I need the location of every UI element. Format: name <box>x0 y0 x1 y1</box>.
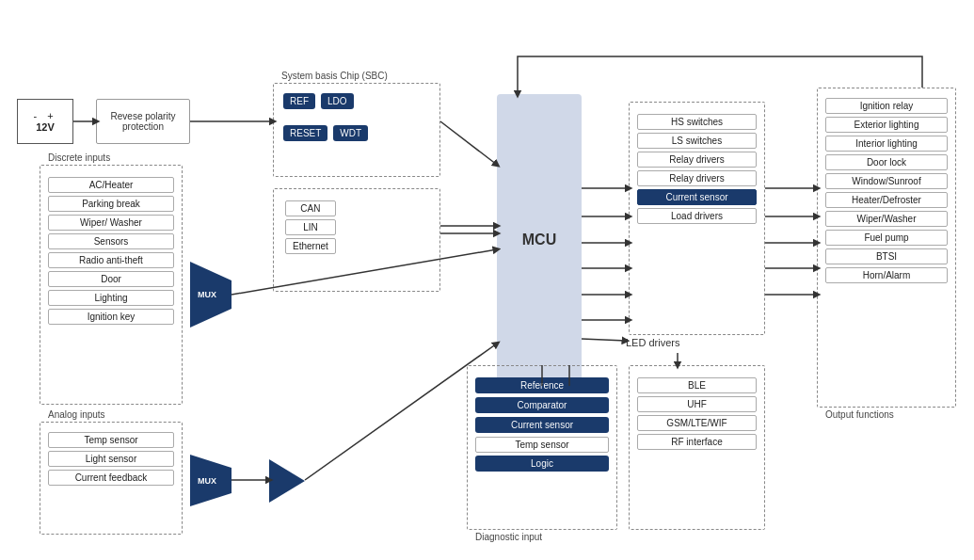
diag-current-sensor: Current sensor <box>475 417 609 433</box>
battery-terminals: - + <box>33 110 56 121</box>
sbc-wdt: WDT <box>333 125 368 141</box>
ai-temp-sensor: Temp sensor <box>48 432 174 448</box>
out-btsi: BTSI <box>825 248 948 264</box>
diag-temp-sensor: Temp sensor <box>475 437 609 453</box>
wireless-box: BLE UHF GSM/LTE/WIF RF interface <box>629 365 765 530</box>
sbc-label: System basis Chip (SBC) <box>279 71 390 81</box>
svg-line-7 <box>440 121 497 165</box>
mux2: MUX <box>190 455 232 506</box>
di-wiper-washer: Wiper/ Washer <box>48 215 174 231</box>
out-ignition-relay: Ignition relay <box>825 98 948 114</box>
battery: - + 12V <box>17 99 73 144</box>
diag-comparator: Comparator <box>475 397 609 413</box>
drv-relay-1: Relay drivers <box>637 152 757 168</box>
discrete-inputs-label: Discrete inputs <box>46 152 112 163</box>
wireless-uhf: UHF <box>637 396 757 412</box>
mcu-label: MCU <box>522 232 556 248</box>
sbc-ldo: LDO <box>321 93 354 109</box>
led-drivers-label: LED drivers <box>626 337 679 348</box>
di-ac-heater: AC/Heater <box>48 177 174 193</box>
output-functions-label: Output functions <box>823 409 896 420</box>
drv-relay-2: Relay drivers <box>637 170 757 186</box>
comm-ethernet: Ethernet <box>285 238 336 254</box>
mux1: MUX <box>190 262 232 328</box>
di-lighting: Lighting <box>48 290 174 306</box>
sbc-reset: RESET <box>283 125 327 141</box>
diag-reference: Reference <box>475 377 609 393</box>
out-exterior-lighting: Exterior lighting <box>825 117 948 133</box>
analog-inputs-label: Analog inputs <box>46 409 107 420</box>
wireless-gsm: GSM/LTE/WIF <box>637 415 757 431</box>
sbc-box: REF LDO RESET WDT System basis Chip (SBC… <box>273 83 440 177</box>
mcu-box: MCU <box>497 94 582 386</box>
output-functions-box: Output functions Ignition relay Exterior… <box>817 88 956 408</box>
comm-can: CAN <box>285 200 336 216</box>
svg-text:MUX: MUX <box>198 290 216 299</box>
wireless-rf: RF interface <box>637 434 757 450</box>
out-interior-lighting: Interior lighting <box>825 136 948 152</box>
diagnostic-label: Diagnostic input <box>473 532 544 542</box>
di-radio-antitheft: Radio anti-theft <box>48 252 174 268</box>
di-parking-break: Parking break <box>48 196 174 212</box>
drv-hs-switches: HS switches <box>637 114 757 130</box>
ai-current-feedback: Current feedback <box>48 470 174 486</box>
drv-ls-switches: LS switches <box>637 133 757 149</box>
out-wiper-washer: Wiper/Washer <box>825 211 948 227</box>
svg-text:MUX: MUX <box>198 476 216 486</box>
drv-load-drivers: Load drivers <box>637 208 757 224</box>
svg-line-24 <box>582 339 626 341</box>
out-fuel-pump: Fuel pump <box>825 230 948 246</box>
diagnostic-box: Diagnostic input Reference Comparator Cu… <box>467 365 617 530</box>
revpol-label: Revese polarity protection <box>97 111 189 132</box>
sbc-ref: REF <box>283 93 315 109</box>
battery-voltage: 12V <box>36 121 55 133</box>
di-ignition-key: Ignition key <box>48 309 174 325</box>
revpol-box: Revese polarity protection <box>96 99 190 144</box>
out-horn-alarm: Horn/Alarm <box>825 267 948 283</box>
ai-light-sensor: Light sensor <box>48 451 174 467</box>
drv-current-sensor: Current sensor <box>637 189 757 205</box>
wireless-ble: BLE <box>637 377 757 393</box>
comm-lin: LIN <box>285 219 336 235</box>
di-door: Door <box>48 271 174 287</box>
svg-marker-4 <box>269 459 305 503</box>
analog-inputs-box: Analog inputs Temp sensor Light sensor C… <box>40 422 183 535</box>
out-window-sunroof: Window/Sunroof <box>825 173 948 189</box>
out-heater-defroster: Heater/Defroster <box>825 192 948 208</box>
discrete-inputs-box: Discrete inputs AC/Heater Parking break … <box>40 165 183 405</box>
comm-box: CAN LIN Ethernet <box>273 188 440 292</box>
amp-triangle <box>269 459 305 503</box>
di-sensors: Sensors <box>48 233 174 249</box>
diag-logic: Logic <box>475 456 609 472</box>
out-door-lock: Door lock <box>825 154 948 170</box>
drivers-box: HS switches LS switches Relay drivers Re… <box>629 102 765 335</box>
